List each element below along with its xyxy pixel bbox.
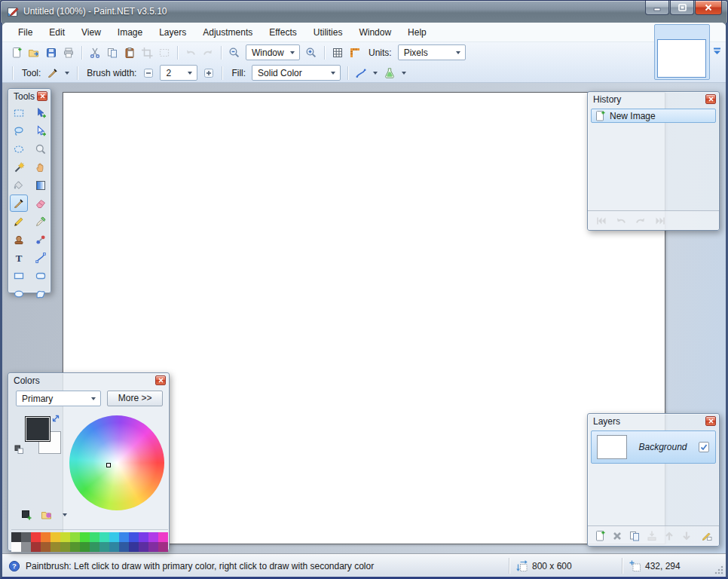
layer-properties-button[interactable]	[700, 528, 714, 544]
palette-swatch[interactable]	[60, 532, 70, 542]
palette-swatch[interactable]	[70, 542, 80, 552]
zoom-mode-dropdown[interactable]: Window	[246, 44, 300, 60]
brush-width-increase-button[interactable]	[200, 65, 217, 81]
tool-lasso-select[interactable]	[10, 122, 28, 139]
palette-swatch[interactable]	[109, 542, 119, 552]
palettes-dropdown-arrow[interactable]	[63, 513, 67, 516]
tool-text[interactable]: T	[10, 249, 28, 266]
tool-paintbrush[interactable]	[10, 195, 28, 212]
palette-swatch[interactable]	[109, 532, 119, 542]
antialiasing-dropdown-arrow[interactable]	[373, 72, 378, 75]
menu-edit[interactable]: Edit	[41, 24, 73, 41]
image-list-chevron-icon[interactable]	[711, 46, 723, 57]
add-recent-color-button[interactable]	[19, 507, 34, 522]
palette-swatch[interactable]	[21, 542, 31, 552]
copy-button[interactable]	[104, 44, 121, 61]
tool-zoom[interactable]	[32, 140, 50, 158]
tool-color-picker[interactable]	[32, 213, 50, 230]
toggle-rulers-button[interactable]	[347, 44, 363, 61]
restore-button[interactable]	[670, 1, 694, 15]
print-button[interactable]	[60, 44, 77, 61]
layers-panel-close-button[interactable]	[705, 416, 716, 426]
tool-gradient[interactable]	[32, 176, 50, 194]
tool-move-selected-pixels[interactable]	[32, 104, 50, 121]
color-wheel[interactable]	[69, 415, 164, 510]
palette-swatch[interactable]	[99, 532, 109, 542]
history-item[interactable]: New Image	[591, 109, 716, 123]
palette-swatch[interactable]	[129, 532, 139, 542]
brush-width-decrease-button[interactable]	[140, 65, 157, 81]
tool-magic-wand[interactable]	[10, 158, 28, 176]
palette-swatch[interactable]	[31, 532, 41, 542]
toggle-grid-button[interactable]	[329, 44, 346, 61]
layer-row[interactable]: Background	[591, 430, 716, 464]
open-button[interactable]	[26, 44, 42, 61]
palette-swatch[interactable]	[50, 542, 60, 552]
tool-eraser[interactable]	[32, 195, 50, 212]
menu-file[interactable]: File	[10, 24, 41, 41]
palette-swatch[interactable]	[80, 542, 90, 552]
tool-rounded-rectangle[interactable]	[32, 267, 50, 284]
tool-pan[interactable]	[32, 158, 50, 176]
palette-swatch[interactable]	[11, 542, 21, 552]
tool-ellipse[interactable]	[10, 285, 28, 302]
more-button[interactable]: More >>	[107, 391, 163, 406]
tools-panel-close-button[interactable]	[37, 91, 47, 101]
palette-swatch[interactable]	[139, 542, 148, 552]
palette-swatch[interactable]	[21, 532, 31, 542]
save-button[interactable]	[43, 44, 60, 61]
tool-rectangle-select[interactable]	[10, 104, 28, 121]
palette-swatch[interactable]	[70, 532, 80, 542]
paste-button[interactable]	[121, 44, 138, 61]
primary-color-swatch[interactable]	[25, 416, 50, 442]
palette-swatch[interactable]	[41, 542, 50, 552]
palette-swatch[interactable]	[90, 532, 99, 542]
palette-swatch[interactable]	[41, 532, 50, 542]
palette-swatch[interactable]	[80, 532, 90, 542]
menu-help[interactable]: Help	[399, 24, 435, 41]
layer-visibility-checkbox[interactable]	[699, 442, 709, 452]
title-bar[interactable]: Untitled (100%) - Paint.NET v3.5.10	[0, 0, 728, 23]
color-mode-dropdown[interactable]: Primary	[16, 391, 101, 406]
current-tool-button[interactable]	[44, 65, 61, 81]
zoom-in-button[interactable]	[303, 44, 320, 61]
palette-swatch[interactable]	[11, 532, 21, 542]
palette-swatch[interactable]	[119, 532, 129, 542]
duplicate-layer-button[interactable]	[627, 528, 641, 544]
tool-clone-stamp[interactable]	[10, 231, 28, 248]
menu-effects[interactable]: Effects	[261, 24, 304, 41]
add-layer-button[interactable]	[592, 528, 607, 544]
new-button[interactable]	[8, 44, 25, 61]
delete-layer-button[interactable]	[610, 528, 624, 544]
color-wheel-selector[interactable]	[106, 463, 111, 467]
fill-style-dropdown[interactable]: Solid Color	[252, 65, 341, 81]
cut-button[interactable]	[87, 44, 103, 61]
palette-swatch[interactable]	[139, 532, 148, 542]
palette-swatch[interactable]	[148, 532, 158, 542]
menu-utilities[interactable]: Utilities	[305, 24, 351, 41]
palette-swatch[interactable]	[158, 542, 168, 552]
palette-swatch[interactable]	[148, 542, 158, 552]
menu-adjustments[interactable]: Adjustments	[194, 24, 261, 41]
tool-rectangle[interactable]	[10, 267, 28, 284]
palettes-button[interactable]	[38, 507, 55, 522]
tool-paint-bucket[interactable]	[10, 176, 28, 194]
blend-mode-button[interactable]	[381, 65, 398, 81]
minimize-button[interactable]	[645, 1, 669, 15]
tool-line-curve[interactable]	[32, 249, 50, 266]
palette-swatch[interactable]	[158, 532, 168, 542]
antialiasing-button[interactable]	[353, 65, 369, 81]
zoom-out-button[interactable]	[226, 44, 243, 61]
menu-image[interactable]: Image	[109, 24, 151, 41]
close-button[interactable]	[695, 1, 722, 15]
palette-swatch[interactable]	[119, 542, 129, 552]
palette-swatch[interactable]	[50, 532, 60, 542]
menu-view[interactable]: View	[73, 24, 109, 41]
history-panel-close-button[interactable]	[705, 94, 716, 104]
units-dropdown[interactable]: Pixels	[398, 44, 466, 60]
blend-mode-dropdown-arrow[interactable]	[402, 72, 406, 75]
menu-layers[interactable]: Layers	[151, 24, 194, 41]
palette-swatch[interactable]	[99, 542, 109, 552]
tool-move-selection[interactable]	[32, 122, 50, 139]
default-colors-icon[interactable]	[14, 445, 24, 455]
